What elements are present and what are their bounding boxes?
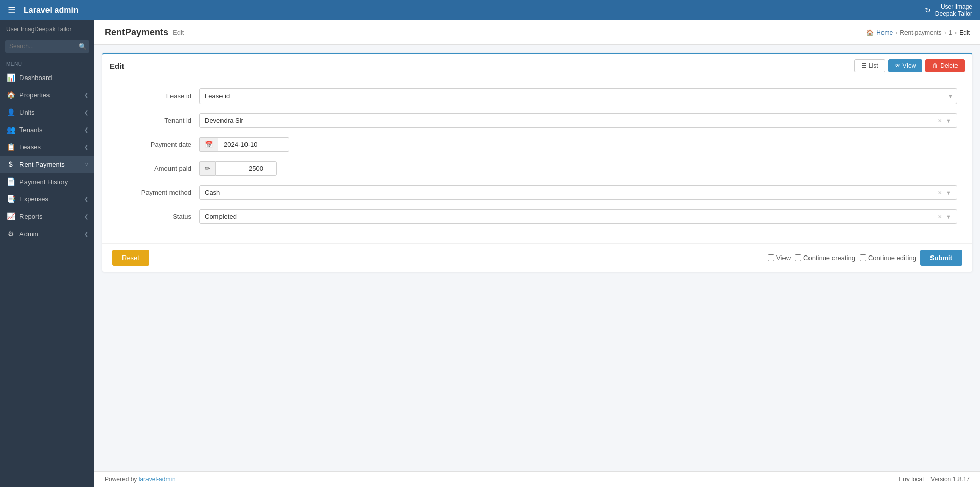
chevron-icon: ❮ [84, 214, 88, 219]
delete-button[interactable]: 🗑 Delete [925, 59, 965, 72]
footer-version: Env local Version 1.8.17 [899, 476, 970, 483]
view-checkbox[interactable] [768, 254, 774, 261]
tenant-clear-icon[interactable]: × [938, 117, 942, 124]
sidebar-item-label: Payment History [19, 178, 68, 186]
edit-panel-header: Edit ☰ List 👁 View 🗑 Delete [102, 54, 972, 78]
sidebar-item-payment-history[interactable]: 📄 Payment History [0, 173, 94, 190]
search-wrap: 🔍 [5, 40, 89, 53]
chevron-icon: ❮ [84, 127, 88, 133]
breadcrumb-section: Rent-payments [900, 29, 941, 36]
eye-icon: 👁 [895, 62, 901, 69]
sidebar-item-admin[interactable]: ⚙ Admin ❮ [0, 225, 94, 242]
payment-date-input[interactable] [218, 137, 289, 152]
form-row-amount-paid: Amount paid ✏ [117, 161, 957, 176]
form-body: Lease id Lease id ▼ Tenant id [102, 78, 972, 243]
hamburger-icon[interactable]: ☰ [8, 5, 16, 16]
payment-history-icon: 📄 [6, 177, 15, 186]
chevron-icon: ❮ [84, 92, 88, 98]
status-arrow-icon[interactable]: ▼ [946, 214, 951, 220]
layout: User ImagDeepak Tailor 🔍 Menu 📊 Dashboar… [0, 20, 980, 487]
sidebar-item-label: Admin [19, 230, 38, 238]
navbar-brand: Laravel admin [23, 6, 79, 15]
status-value: Completed [205, 213, 938, 220]
form-row-lease-id: Lease id Lease id ▼ [117, 88, 957, 104]
panel-header-actions: ☰ List 👁 View 🗑 Delete [854, 59, 965, 72]
view-checkbox-label[interactable]: View [768, 254, 791, 262]
view-checkbox-text: View [776, 254, 791, 262]
payment-method-clear-icon[interactable]: × [938, 189, 942, 196]
rent-payments-icon: $ [6, 160, 15, 168]
sidebar-item-label: Leases [19, 143, 41, 151]
form-field-tenant-id: Devendra Sir × ▼ [199, 113, 957, 128]
payment-method-wrapper: Cash × ▼ [199, 185, 957, 200]
list-icon: ☰ [861, 62, 867, 69]
form-field-amount-paid: ✏ [199, 161, 957, 176]
form-row-payment-method: Payment method Cash × ▼ [117, 185, 957, 200]
sidebar-item-rent-payments[interactable]: $ Rent Payments ∨ [0, 156, 94, 173]
laravel-admin-link[interactable]: laravel-admin [139, 476, 176, 483]
tenant-arrow-icon[interactable]: ▼ [946, 118, 951, 124]
continue-editing-checkbox[interactable] [860, 254, 866, 261]
chevron-down-icon: ∨ [85, 162, 88, 167]
user-info: User Image Deepak Tailor [935, 3, 972, 18]
sidebar-item-leases[interactable]: 📋 Leases ❮ [0, 138, 94, 156]
payment-method-arrow-icon[interactable]: ▼ [946, 190, 951, 196]
sidebar-item-reports[interactable]: 📈 Reports ❮ [0, 208, 94, 225]
search-icon[interactable]: 🔍 [79, 43, 87, 50]
continue-creating-text: Continue creating [803, 254, 855, 262]
trash-icon: 🗑 [932, 62, 938, 69]
breadcrumb-id: 1 [949, 29, 952, 36]
list-button[interactable]: ☰ List [854, 59, 885, 72]
tenant-select-wrapper: Devendra Sir × ▼ [199, 113, 957, 128]
sidebar-item-label: Rent Payments [19, 161, 65, 168]
leases-icon: 📋 [6, 143, 15, 151]
calendar-icon[interactable]: 📅 [199, 137, 218, 152]
date-wrapper: 📅 [199, 137, 957, 152]
user-name: Deepak Tailor [935, 10, 972, 17]
continue-creating-checkbox[interactable] [795, 254, 801, 261]
breadcrumb-home[interactable]: Home [876, 29, 893, 36]
dashboard-icon: 📊 [6, 73, 15, 82]
tenants-icon: 👥 [6, 125, 15, 134]
sidebar-search: 🔍 [0, 36, 94, 57]
continue-creating-checkbox-label[interactable]: Continue creating [795, 254, 855, 262]
page-footer: Powered by laravel-admin Env local Versi… [94, 471, 980, 487]
content-body: Edit ☰ List 👁 View 🗑 Delete [94, 45, 980, 471]
form-field-payment-method: Cash × ▼ [199, 185, 957, 200]
sidebar-item-units[interactable]: 👤 Units ❮ [0, 104, 94, 121]
continue-editing-checkbox-label[interactable]: Continue editing [860, 254, 916, 262]
amount-paid-input[interactable] [215, 161, 277, 176]
select-arrow-icon: ▼ [948, 93, 953, 99]
user-label: User Image [941, 3, 972, 10]
reports-icon: 📈 [6, 212, 15, 220]
amount-paid-label: Amount paid [117, 165, 199, 172]
sidebar-item-tenants[interactable]: 👥 Tenants ❮ [0, 121, 94, 138]
sidebar-item-expenses[interactable]: 📑 Expenses ❮ [0, 190, 94, 208]
refresh-icon[interactable]: ↻ [925, 6, 931, 14]
edit-amount-icon[interactable]: ✏ [199, 161, 215, 176]
units-icon: 👤 [6, 108, 15, 116]
view-button[interactable]: 👁 View [888, 59, 923, 72]
lease-id-select-wrapper: Lease id ▼ [199, 88, 957, 104]
status-wrapper: Completed × ▼ [199, 209, 957, 224]
reset-button[interactable]: Reset [112, 250, 149, 266]
submit-button[interactable]: Submit [920, 250, 962, 266]
chevron-icon: ❮ [84, 231, 88, 237]
sidebar-item-dashboard[interactable]: 📊 Dashboard [0, 69, 94, 86]
tenant-id-value: Devendra Sir [205, 117, 938, 124]
chevron-icon: ❮ [84, 196, 88, 202]
edit-panel: Edit ☰ List 👁 View 🗑 Delete [102, 53, 972, 272]
status-clear-icon[interactable]: × [938, 213, 942, 220]
form-row-tenant-id: Tenant id Devendra Sir × ▼ [117, 113, 957, 128]
form-row-payment-date: Payment date 📅 [117, 137, 957, 152]
search-input[interactable] [5, 40, 89, 53]
admin-icon: ⚙ [6, 229, 15, 238]
sidebar-item-label: Properties [19, 91, 50, 99]
form-row-status: Status Completed × ▼ [117, 209, 957, 224]
lease-id-select[interactable]: Lease id [200, 89, 957, 104]
payment-method-value: Cash [205, 189, 938, 196]
sidebar-item-properties[interactable]: 🏠 Properties ❮ [0, 86, 94, 104]
sidebar-item-label: Tenants [19, 126, 43, 134]
footer-actions: View Continue creating Continue editing … [768, 250, 962, 266]
page-title: RentPayments Edit [105, 27, 184, 38]
